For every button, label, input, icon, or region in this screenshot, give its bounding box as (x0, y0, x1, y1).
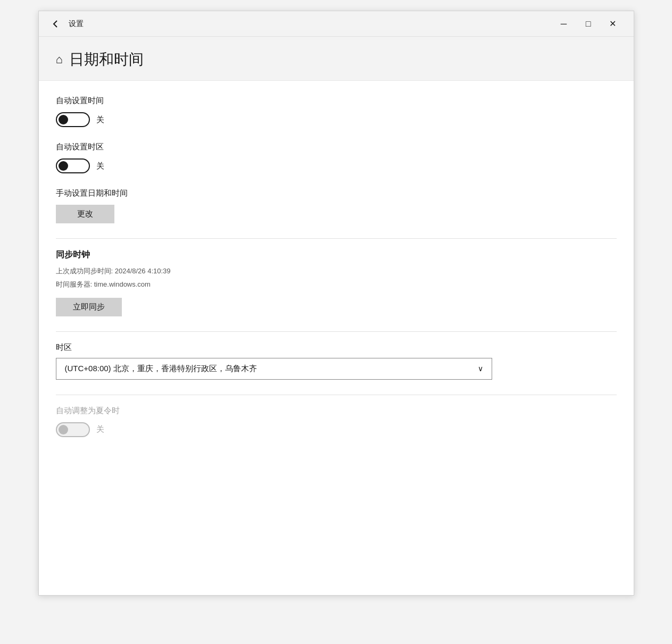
timezone-dropdown[interactable]: (UTC+08:00) 北京，重庆，香港特别行政区，乌鲁木齐 ∨ (56, 358, 492, 380)
summer-time-section: 自动调整为夏令时 关 (56, 406, 617, 437)
divider-1 (56, 238, 617, 239)
auto-timezone-toggle[interactable] (56, 158, 90, 173)
maximize-button[interactable]: □ (576, 15, 601, 32)
page-title: 日期和时间 (69, 49, 144, 70)
title-bar-title: 设置 (69, 19, 84, 29)
auto-timezone-toggle-label: 关 (96, 161, 104, 171)
chevron-down-icon: ∨ (478, 364, 483, 373)
close-button[interactable]: ✕ (601, 15, 625, 32)
home-icon: ⌂ (56, 53, 63, 66)
summer-time-toggle-row: 关 (56, 422, 617, 437)
auto-timezone-section: 自动设置时区 关 (56, 142, 617, 173)
window-controls: ─ □ ✕ (552, 15, 625, 32)
time-server-info: 时间服务器: time.windows.com (56, 279, 617, 290)
auto-timezone-toggle-row: 关 (56, 158, 617, 173)
manual-datetime-section: 手动设置日期和时间 更改 (56, 188, 617, 223)
summer-time-toggle[interactable] (56, 422, 90, 437)
sync-clock-title: 同步时钟 (56, 249, 617, 261)
auto-time-toggle-row: 关 (56, 112, 617, 127)
summer-time-toggle-label: 关 (96, 424, 104, 434)
sync-now-button[interactable]: 立即同步 (56, 298, 122, 316)
content-area: 自动设置时间 关 自动设置时区 关 手动设置日期和时间 (39, 81, 634, 595)
manual-datetime-label: 手动设置日期和时间 (56, 188, 617, 198)
auto-time-toggle[interactable] (56, 112, 90, 127)
timezone-label: 时区 (56, 342, 617, 353)
back-button[interactable] (47, 15, 64, 32)
auto-timezone-label: 自动设置时区 (56, 142, 617, 152)
divider-3 (56, 395, 617, 395)
timezone-value: (UTC+08:00) 北京，重庆，香港特别行政区，乌鲁木齐 (65, 364, 257, 374)
timezone-section: 时区 (UTC+08:00) 北京，重庆，香港特别行政区，乌鲁木齐 ∨ (56, 342, 617, 380)
auto-time-section: 自动设置时间 关 (56, 96, 617, 127)
title-bar: 设置 ─ □ ✕ (39, 11, 634, 37)
auto-time-label: 自动设置时间 (56, 96, 617, 106)
page-header: ⌂ 日期和时间 (39, 37, 634, 81)
summer-time-label: 自动调整为夏令时 (56, 406, 617, 416)
sync-clock-section: 同步时钟 上次成功同步时间: 2024/8/26 4:10:39 时间服务器: … (56, 249, 617, 316)
last-sync-info: 上次成功同步时间: 2024/8/26 4:10:39 (56, 266, 617, 277)
change-datetime-button[interactable]: 更改 (56, 205, 114, 223)
main-window: 设置 ─ □ ✕ ⌂ 日期和时间 自动设置时间 关 自动设置时区 (38, 11, 634, 596)
divider-2 (56, 331, 617, 332)
auto-time-toggle-label: 关 (96, 115, 104, 125)
minimize-button[interactable]: ─ (552, 15, 576, 32)
